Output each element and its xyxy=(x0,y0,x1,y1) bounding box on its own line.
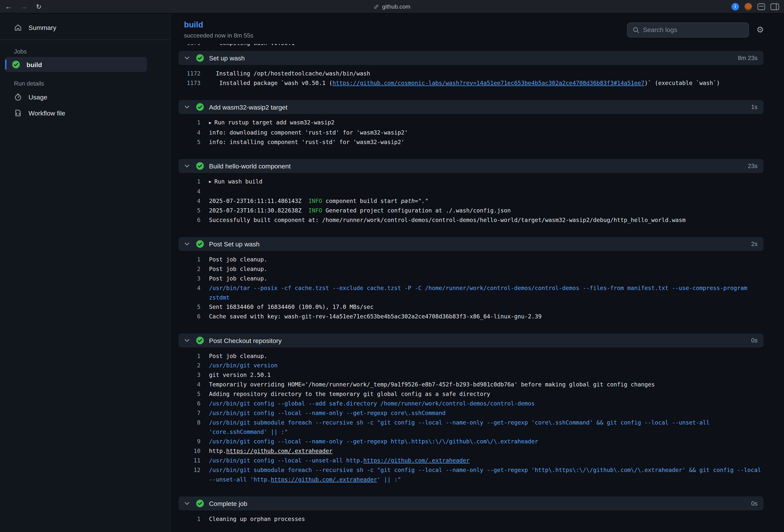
log-line: 3Post job cleanup. xyxy=(178,274,764,283)
sidebar-item-usage[interactable]: Usage xyxy=(0,89,170,105)
reader-mode-icon[interactable] xyxy=(757,3,765,10)
section-title: Post Checkout repository xyxy=(209,337,282,344)
chevron-down-icon[interactable] xyxy=(184,500,191,507)
line-number[interactable]: 4 xyxy=(178,187,200,196)
line-number[interactable]: 1 xyxy=(178,177,200,187)
line-number[interactable]: 5 xyxy=(178,138,200,147)
chevron-down-icon[interactable] xyxy=(184,163,191,170)
line-number[interactable]: 4 xyxy=(178,128,200,138)
log-line: 1173 Installed package `wash v0.50.1 (ht… xyxy=(178,79,764,88)
chevron-down-icon[interactable] xyxy=(184,241,191,248)
log-section-header[interactable]: Complete job0s xyxy=(178,496,764,510)
line-number[interactable]: 1 xyxy=(178,255,200,264)
line-text: Post job cleanup. xyxy=(200,255,763,264)
sidebar-toggle-icon[interactable] xyxy=(771,3,779,10)
forward-icon[interactable]: → xyxy=(21,3,28,10)
log-line: 4/usr/bin/tar --posix -cf cache.tzst --e… xyxy=(178,283,764,303)
line-number[interactable]: 1 xyxy=(178,514,200,524)
sidebar-item-label: Usage xyxy=(29,93,48,101)
log-section-header[interactable]: Build hello-world component23s xyxy=(178,159,764,173)
line-number[interactable]: 5 xyxy=(178,390,200,399)
log-link[interactable]: https://github.com/cosmonic-labs/wash?re… xyxy=(332,80,644,86)
log-link[interactable]: https://github.com/.extraheader xyxy=(363,457,470,464)
line-number[interactable]: 8 xyxy=(178,418,200,437)
section-log-lines: 1Cleaning up orphan processes xyxy=(178,510,764,532)
line-number[interactable]: 7 xyxy=(178,409,200,418)
line-number[interactable]: 2 xyxy=(178,361,200,370)
chevron-down-icon[interactable] xyxy=(184,55,191,61)
line-number[interactable]: 6 xyxy=(178,399,200,409)
line-text: Compiling wash v0.50.1 xyxy=(200,44,763,48)
line-number[interactable]: 6 xyxy=(178,216,200,225)
section-title: Add wasm32-wasip2 target xyxy=(209,103,287,111)
log-section-header[interactable]: Post Set up wash2s xyxy=(178,237,764,251)
line-number[interactable]: 12 xyxy=(178,466,200,484)
chevron-down-icon[interactable] xyxy=(184,104,191,111)
log-line: 5Adding repository directory to the temp… xyxy=(178,390,764,399)
sidebar-item-job-build[interactable]: build xyxy=(5,57,147,72)
line-text: ▶Run rustup target add wasm32-wasip2 xyxy=(200,118,763,128)
extension-icon-blue[interactable]: i xyxy=(731,3,739,10)
log-line: 1Post job cleanup. xyxy=(178,352,764,361)
log-section-header[interactable]: Set up wash8m 23s xyxy=(178,51,764,65)
line-text: Adding repository directory to the tempo… xyxy=(200,390,763,399)
log-section-set-up-wash: Set up wash8m 23s1172 Installing /opt/ho… xyxy=(178,51,764,97)
clipped-log-line: 1171 Compiling wash v0.50.1 xyxy=(178,44,764,48)
line-number[interactable]: 4 xyxy=(178,283,200,303)
log-text-segment: Post job cleanup. xyxy=(209,256,268,263)
search-logs-input[interactable] xyxy=(643,26,743,33)
log-line: 8/usr/bin/git submodule foreach --recurs… xyxy=(178,418,764,437)
reload-icon[interactable]: ↻ xyxy=(36,3,41,10)
log-link[interactable]: https://github.com/.extraheader xyxy=(226,447,333,454)
line-number[interactable]: 4 xyxy=(178,196,200,206)
run-details-section-label: Run details xyxy=(0,80,170,87)
log-section-post-set-up-wash: Post Set up wash2s1Post job cleanup.2Pos… xyxy=(178,237,764,331)
log-section-header[interactable]: Add wasm32-wasip2 target1s xyxy=(178,100,764,114)
log-line: 2/usr/bin/git version xyxy=(178,361,764,370)
line-number[interactable]: 3 xyxy=(178,370,200,380)
line-number[interactable]: 5 xyxy=(178,302,200,312)
line-number[interactable]: 1171 xyxy=(178,44,200,48)
browser-chrome: ← → ↻ github.com i xyxy=(0,0,784,13)
address-bar[interactable]: github.com xyxy=(374,3,410,9)
section-duration: 2s xyxy=(751,241,757,248)
log-text-segment: Post job cleanup. xyxy=(209,353,268,360)
extension-icon-orange[interactable] xyxy=(745,3,752,10)
log-link[interactable]: https://github.com/.extraheader xyxy=(271,476,377,483)
line-number[interactable]: 4 xyxy=(178,380,200,390)
line-text: /usr/bin/git config --local --unset-all … xyxy=(200,456,763,466)
sidebar-item-summary[interactable]: Summary xyxy=(0,20,170,35)
expand-command-arrow-icon[interactable]: ▶ xyxy=(209,177,212,187)
line-number[interactable]: 9 xyxy=(178,437,200,446)
job-title-link[interactable]: build xyxy=(184,21,203,29)
home-icon xyxy=(14,23,22,31)
log-text-segment: component build start xyxy=(322,197,401,204)
line-number[interactable]: 10 xyxy=(178,446,200,456)
search-logs-box[interactable] xyxy=(627,22,749,37)
log-text-segment: INFO xyxy=(309,207,322,214)
log-section-header[interactable]: Post Checkout repository0s xyxy=(178,333,764,347)
line-number[interactable]: 3 xyxy=(178,274,200,283)
line-number[interactable]: 2 xyxy=(178,264,200,274)
line-number[interactable]: 1 xyxy=(178,118,200,128)
settings-gear-icon[interactable]: ⚙ xyxy=(756,26,764,34)
line-text: Installing /opt/hostedtoolcache/wash/bin… xyxy=(200,69,763,79)
section-title: Set up wash xyxy=(209,54,245,62)
line-number[interactable]: 1173 xyxy=(178,79,200,88)
log-text-segment: /usr/bin/git config --local --unset-all … xyxy=(209,457,363,464)
log-line: 1▶Run rustup target add wasm32-wasip2 xyxy=(178,118,764,128)
log-text-segment: http. xyxy=(209,447,226,454)
line-number[interactable]: 1172 xyxy=(178,69,200,79)
chevron-down-icon[interactable] xyxy=(184,337,191,344)
line-number[interactable]: 5 xyxy=(178,206,200,216)
line-text: http.https://github.com/.extraheader xyxy=(200,446,763,456)
line-number[interactable]: 11 xyxy=(178,456,200,466)
line-number[interactable]: 1 xyxy=(178,352,200,361)
expand-command-arrow-icon[interactable]: ▶ xyxy=(209,118,212,128)
sidebar-item-workflow-file[interactable]: Workflow file xyxy=(0,105,170,121)
success-check-icon xyxy=(196,162,204,170)
log-text-segment: Temporarily overriding HOME='/home/runne… xyxy=(209,381,655,388)
back-icon[interactable]: ← xyxy=(5,3,12,10)
line-number[interactable]: 6 xyxy=(178,312,200,321)
line-text: /usr/bin/git config --global --add safe.… xyxy=(200,399,763,409)
